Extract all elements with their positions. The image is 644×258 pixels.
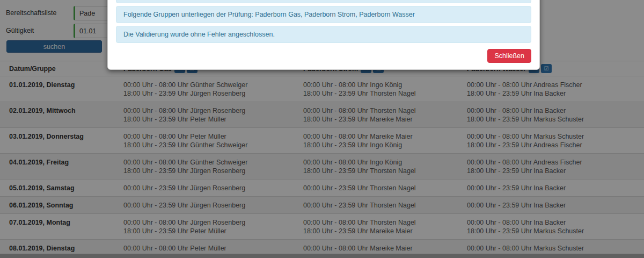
validation-modal: Folgende Gruppen unterliegen der Prüfung…	[107, 0, 540, 70]
alert-top-partial	[116, 0, 531, 3]
alert-groups-checked: Folgende Gruppen unterliegen der Prüfung…	[116, 6, 531, 23]
modal-footer: Schließen	[116, 46, 531, 65]
alert-validation-result: Die Validierung wurde ohne Fehler angesc…	[116, 26, 531, 43]
close-button[interactable]: Schließen	[487, 49, 531, 63]
